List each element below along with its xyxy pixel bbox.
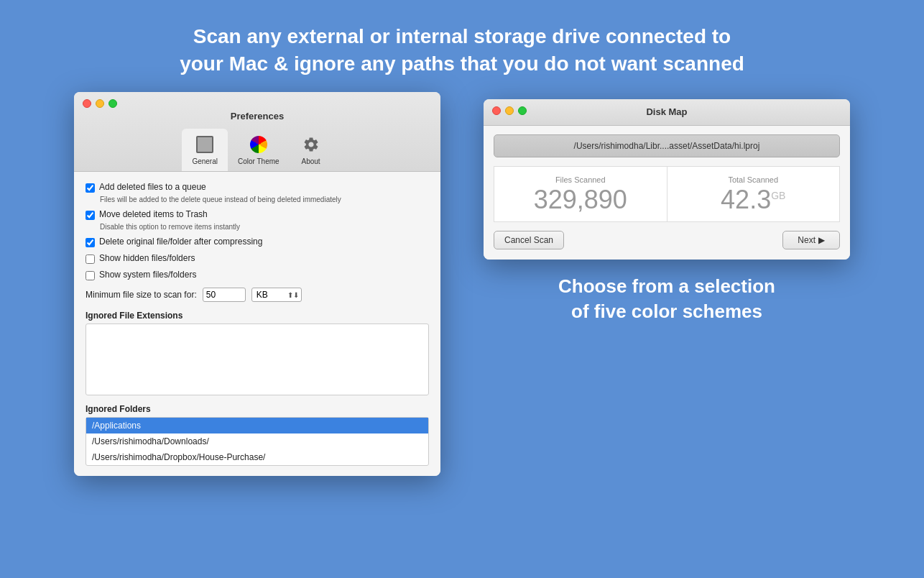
min-file-size-unit-select[interactable]: KB MB GB (251, 288, 302, 302)
diskmap-path-bar: /Users/rishimodha/Libr....asset/AssetDat… (494, 134, 840, 157)
diskmap-traffic-light-red[interactable] (492, 106, 501, 115)
color-theme-icon (250, 136, 267, 153)
min-file-size-input[interactable] (203, 288, 246, 302)
general-icon (196, 136, 213, 153)
folder-item-applications[interactable]: /Applications (86, 418, 428, 434)
total-scanned-label: Total Scanned (679, 175, 828, 184)
folder-item-dropbox[interactable]: /Users/rishimodha/Dropbox/House-Purchase… (86, 449, 428, 465)
gear-icon (302, 136, 320, 153)
diskmap-traffic-light-green[interactable] (518, 106, 527, 115)
checkbox-show-hidden[interactable] (86, 254, 95, 264)
traffic-light-green[interactable] (108, 99, 117, 108)
ignored-extensions-box[interactable] (86, 324, 429, 395)
folder-item-downloads[interactable]: /Users/rishimodha/Downloads/ (86, 434, 428, 449)
traffic-light-red[interactable] (83, 99, 91, 108)
preferences-window: Preferences General Color Theme (74, 92, 440, 476)
ignored-folders-label: Ignored Folders (86, 404, 429, 414)
checkbox-add-deleted-desc: Files will be added to the delete queue … (100, 196, 429, 203)
prefs-window-title: Preferences (231, 111, 284, 121)
checkbox-show-system-label: Show system files/folders (99, 270, 196, 280)
toolbar-item-general[interactable]: General (182, 129, 228, 171)
total-scanned-value: 42.3GB (679, 187, 828, 213)
prefs-titlebar: Preferences General Color Theme (74, 92, 440, 172)
checkbox-show-system[interactable] (86, 271, 95, 280)
footer-text: Choose from a selection of five color sc… (558, 274, 775, 324)
diskmap-titlebar: Disk Map (484, 99, 850, 126)
files-scanned-value: 329,890 (506, 187, 655, 213)
diskmap-window-title: Disk Map (646, 106, 687, 117)
toolbar-item-about[interactable]: About (290, 129, 333, 171)
checkbox-delete-compress-label: Delete original file/folder after compre… (99, 237, 262, 247)
next-button[interactable]: Next ▶ (782, 231, 840, 249)
diskmap-traffic-light-yellow[interactable] (505, 106, 514, 115)
checkbox-delete-compress[interactable] (86, 238, 95, 247)
checkbox-show-hidden-label: Show hidden files/folders (99, 253, 195, 263)
toolbar-label-general: General (192, 157, 218, 165)
files-scanned-box: Files Scanned 329,890 (494, 166, 667, 222)
checkbox-move-trash-desc: Disable this option to remove items inst… (100, 223, 429, 231)
checkbox-move-trash-label: Move deleted items to Trash (99, 209, 208, 219)
ignored-folders-list: /Applications /Users/rishimodha/Download… (86, 417, 429, 466)
ignored-extensions-label: Ignored File Extensions (86, 311, 429, 321)
toolbar-label-color-theme: Color Theme (238, 157, 279, 165)
checkbox-add-deleted[interactable] (86, 183, 95, 193)
total-scanned-box: Total Scanned 42.3GB (667, 166, 841, 222)
files-scanned-label: Files Scanned (506, 175, 655, 184)
toolbar-label-about: About (302, 157, 320, 165)
total-scanned-unit: GB (771, 190, 785, 201)
checkbox-move-trash[interactable] (86, 211, 95, 220)
header-text: Scan any external or internal storage dr… (0, 0, 924, 92)
checkbox-add-deleted-label: Add deleted files to a queue (99, 182, 206, 192)
next-chevron-icon: ▶ (818, 235, 825, 245)
min-file-size-label: Minimum file size to scan for: (86, 290, 197, 300)
traffic-light-yellow[interactable] (96, 99, 104, 108)
cancel-scan-button[interactable]: Cancel Scan (494, 231, 564, 249)
diskmap-window: Disk Map /Users/rishimodha/Libr....asset… (484, 99, 850, 260)
toolbar-item-color-theme[interactable]: Color Theme (228, 129, 290, 171)
